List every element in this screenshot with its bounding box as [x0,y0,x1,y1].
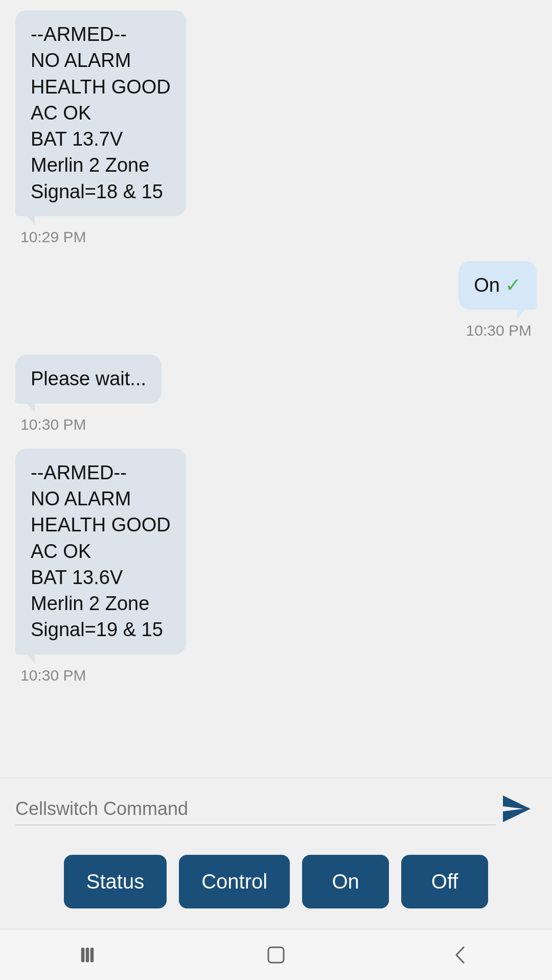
bubble-1: --ARMED-- NO ALARM HEALTH GOOD AC OK BAT… [15,10,186,216]
input-area [0,778,552,845]
svg-rect-1 [82,948,84,962]
nav-bar [0,929,552,980]
bubble-text-4: --ARMED-- NO ALARM HEALTH GOOD AC OK BAT… [31,462,171,641]
control-button[interactable]: Control [179,855,290,908]
send-button[interactable] [496,788,537,829]
svg-rect-4 [268,947,284,963]
back-icon [447,942,473,968]
svg-rect-3 [91,948,93,962]
bubble-3: Please wait... [15,355,162,403]
back-button[interactable] [440,935,480,975]
svg-rect-2 [86,948,88,962]
home-button[interactable] [256,935,296,975]
message-group-3: Please wait... 10:30 PM [15,355,537,443]
home-icon [263,942,289,968]
recent-icon [79,942,105,968]
status-button[interactable]: Status [64,855,167,908]
bubble-text-1: --ARMED-- NO ALARM HEALTH GOOD AC OK BAT… [31,24,171,202]
chat-area: --ARMED-- NO ALARM HEALTH GOOD AC OK BAT… [0,0,552,778]
action-buttons: Status Control On Off [0,845,552,929]
timestamp-1: 10:29 PM [15,228,86,246]
on-button[interactable]: On [302,855,389,908]
message-group-2: On✓ 10:30 PM [15,261,537,349]
svg-marker-0 [503,796,531,822]
timestamp-2: 10:30 PM [466,322,537,339]
timestamp-3: 10:30 PM [15,416,86,433]
message-group-4: --ARMED-- NO ALARM HEALTH GOOD AC OK BAT… [15,449,537,694]
command-input[interactable] [15,793,496,825]
bubble-text-2: On [474,274,500,296]
bubble-4: --ARMED-- NO ALARM HEALTH GOOD AC OK BAT… [15,449,186,655]
recent-apps-button[interactable] [72,935,112,975]
checkmark-icon: ✓ [505,274,521,296]
send-icon [501,794,532,824]
bubble-2: On✓ [458,261,537,310]
off-button[interactable]: Off [401,855,488,908]
timestamp-4: 10:30 PM [15,667,86,684]
message-group-1: --ARMED-- NO ALARM HEALTH GOOD AC OK BAT… [15,10,537,256]
bubble-text-3: Please wait... [31,368,146,389]
